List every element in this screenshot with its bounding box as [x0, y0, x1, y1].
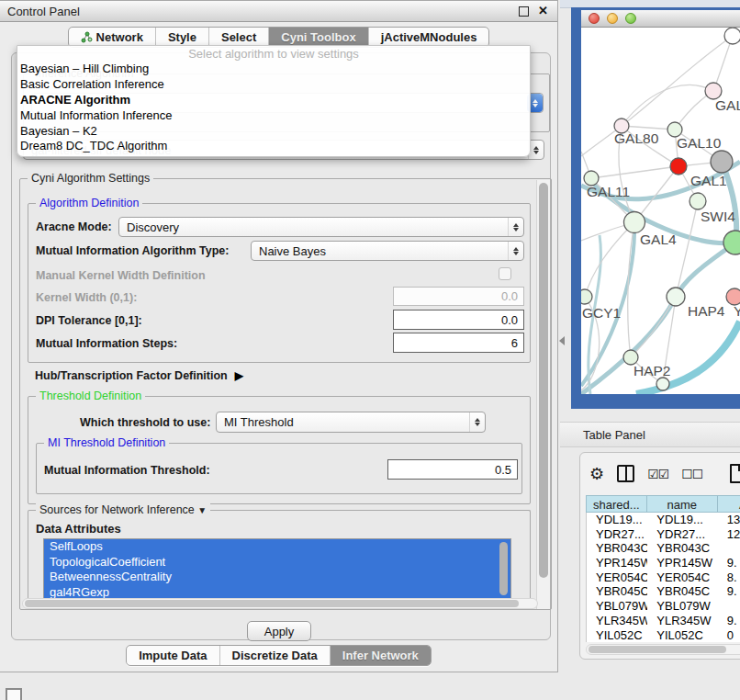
table-hscrollbar-thumb[interactable]: [589, 646, 726, 653]
table-row[interactable]: YDR27...YDR27...12: [587, 527, 740, 542]
table-row[interactable]: YBL079WYBL079W: [587, 599, 740, 614]
aracne-mode-label: Aracne Mode:: [36, 220, 112, 233]
collapse-arrow-icon[interactable]: ▼: [197, 505, 207, 515]
network-edge: [622, 126, 675, 130]
attribute-list-item[interactable]: SelfLoops: [44, 539, 510, 555]
threshold-definition-title: Threshold Definition: [36, 390, 145, 402]
table-row[interactable]: YBR045CYBR045C9.: [587, 584, 740, 599]
algorithm-option[interactable]: Basic Correlation Inference: [17, 77, 530, 93]
settings-hscrollbar[interactable]: [22, 598, 538, 609]
table-row[interactable]: YLR345WYLR345W9.: [587, 614, 740, 628]
network-node[interactable]: [656, 378, 669, 390]
settings-hscrollbar-thumb[interactable]: [25, 600, 519, 607]
manual-kernel-width-checkbox[interactable]: [499, 267, 511, 280]
combo-stepper-icon[interactable]: [469, 412, 485, 432]
table-panel-box: ⚙ ☑☑ ☐☐ shared...nameA YDL19...YDL19...1…: [579, 452, 740, 660]
combo-stepper-icon[interactable]: [508, 218, 523, 236]
table-cell: 9.: [718, 614, 740, 628]
network-node[interactable]: [711, 151, 733, 173]
control-panel-titlebar: Control Panel ✕: [0, 1, 557, 22]
minimized-panel-icon[interactable]: [6, 688, 22, 700]
network-node[interactable]: [724, 28, 740, 44]
expander-arrow-icon[interactable]: ▶: [235, 369, 243, 382]
network-canvas[interactable]: GALGAL80GAL10GAL1GAL11SWI4GAL4GCY1HAP4YH…: [581, 28, 740, 394]
attribute-list-item[interactable]: TopologicalCoefficient: [44, 555, 510, 570]
algorithm-option[interactable]: Bayesian – K2: [17, 124, 530, 140]
table-row[interactable]: YER054CYER054C8.: [587, 570, 740, 585]
apply-button[interactable]: Apply: [247, 621, 311, 641]
mi-algorithm-type-combobox[interactable]: Naive Bayes: [251, 241, 524, 261]
zoom-traffic-light-icon[interactable]: [625, 13, 636, 24]
splitter-collapse-icon[interactable]: [559, 336, 565, 345]
list-vscrollbar-thumb[interactable]: [499, 542, 508, 595]
minimize-traffic-light-icon[interactable]: [607, 13, 618, 24]
network-node-swi4[interactable]: [690, 193, 706, 209]
tab-label: Impute Data: [139, 649, 207, 662]
node-label: HAP4: [688, 303, 725, 319]
tab-select[interactable]: Select: [208, 28, 268, 47]
table-hscrollbar[interactable]: [586, 644, 740, 655]
algorithm-option[interactable]: ARACNE Algorithm: [17, 93, 530, 108]
data-attributes-list[interactable]: SelfLoopsTopologicalCoefficientBetweenne…: [43, 538, 511, 599]
columns-icon[interactable]: [617, 465, 634, 482]
checked-boxes-icon[interactable]: ☑☑: [647, 467, 668, 481]
which-threshold-combobox[interactable]: MI Threshold: [216, 412, 486, 433]
tab-jactivemnodules[interactable]: jActiveMNodules: [368, 28, 489, 47]
dpi-tolerance-field[interactable]: 0.0: [393, 310, 524, 330]
tab-cyni-toolbox[interactable]: Cyni Toolbox: [268, 28, 367, 47]
cyni-settings-title: Cyni Algorithm Settings: [28, 172, 153, 185]
table-cell: YPR145W: [587, 556, 647, 570]
network-node-gal4[interactable]: [624, 212, 645, 233]
dpi-tolerance-value: 0.0: [501, 313, 518, 327]
algorithm-popup-list: Select algorithm to view settings Bayesi…: [17, 45, 531, 157]
mi-steps-label: Mutual Information Steps:: [36, 337, 177, 350]
network-icon: [81, 31, 93, 43]
unchecked-boxes-icon[interactable]: ☐☐: [681, 467, 702, 481]
algorithm-option[interactable]: Bayesian – Hill Climbing: [17, 62, 530, 77]
table-row[interactable]: YIL052CYIL052C0: [587, 628, 740, 643]
tab-infer-network[interactable]: Infer Network: [330, 646, 431, 665]
network-node-gcy1[interactable]: [581, 289, 592, 304]
tab-style[interactable]: Style: [155, 28, 208, 47]
close-traffic-light-icon[interactable]: [589, 13, 600, 24]
table-cell: YBR045C: [587, 584, 647, 599]
settings-vscrollbar[interactable]: [536, 180, 550, 609]
table-column-header[interactable]: A: [718, 495, 740, 513]
table-row[interactable]: YDL19...YDL19...13: [587, 513, 740, 527]
table-cell: 9.: [718, 584, 740, 599]
hub-transcription-factor-expander[interactable]: Hub/Transcription Factor Definition ▶: [35, 369, 243, 382]
settings-vscrollbar-thumb[interactable]: [539, 183, 548, 578]
tab-network[interactable]: Network: [69, 28, 155, 47]
tab-label: Style: [168, 30, 196, 44]
tab-discretize-data[interactable]: Discretize Data: [219, 646, 330, 665]
algorithm-option[interactable]: Dream8 DC_TDC Algorithm: [17, 139, 530, 154]
tab-label: Cyni Toolbox: [281, 30, 355, 44]
table-row[interactable]: YPR145WYPR145W9.: [587, 556, 740, 570]
mi-threshold-field[interactable]: 0.5: [387, 459, 518, 480]
attribute-list-item[interactable]: gal4RGexp: [44, 585, 510, 600]
table-cell: 13: [718, 513, 740, 527]
close-icon[interactable]: ✕: [538, 6, 548, 16]
table-column-header[interactable]: shared...: [586, 495, 647, 513]
network-node-gal1[interactable]: [670, 158, 687, 175]
table-panel-titlebar: Table Panel: [560, 422, 740, 447]
tab-impute-data[interactable]: Impute Data: [127, 646, 219, 665]
attribute-list-item[interactable]: BetweennessCentrality: [44, 570, 510, 585]
table-cell: YER054C: [647, 570, 717, 585]
algorithm-option[interactable]: Mutual Information Inference: [17, 108, 530, 124]
screen: Control Panel ✕ NetworkStyleSelectCyni T…: [0, 0, 740, 700]
file-icon[interactable]: [730, 464, 740, 483]
mi-steps-field[interactable]: 6: [393, 333, 524, 353]
table-row[interactable]: YBR043CYBR043C: [587, 541, 740, 556]
aracne-mode-value: Discovery: [127, 220, 179, 234]
network-edge: [622, 85, 713, 126]
algorithm-definition-group: Algorithm Definition Aracne Mode: Discov…: [28, 203, 531, 363]
float-window-icon[interactable]: [519, 6, 529, 17]
network-node-hap4[interactable]: [667, 288, 685, 306]
gear-icon[interactable]: ⚙: [589, 466, 604, 482]
data-attributes-label: Data Attributes: [36, 522, 121, 536]
combo-stepper-icon[interactable]: [508, 242, 523, 260]
kernel-width-field[interactable]: 0.0: [393, 287, 524, 306]
table-column-header[interactable]: name: [647, 495, 718, 513]
aracne-mode-combobox[interactable]: Discovery: [118, 217, 524, 237]
